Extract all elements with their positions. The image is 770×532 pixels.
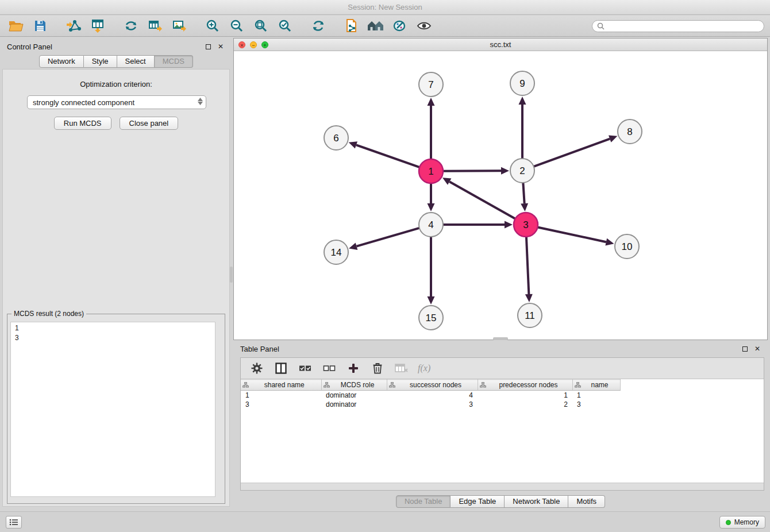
table-header-row: shared nameMCDS rolesuccessor nodesprede… <box>241 380 621 391</box>
column-header-mcds-role[interactable]: MCDS role <box>321 380 387 391</box>
table-settings-gear-icon[interactable] <box>249 360 265 376</box>
table-tab-motifs[interactable]: Motifs <box>568 495 605 508</box>
cell-shared-name[interactable]: 3 <box>241 400 321 409</box>
table-panel: Table Panel ✕ <box>233 341 768 511</box>
zoom-window-icon[interactable]: + <box>261 41 268 48</box>
zoom-selected-icon[interactable] <box>275 17 295 34</box>
table-tab-network-table[interactable]: Network Table <box>505 495 568 508</box>
search-icon <box>597 22 605 30</box>
edge-2-3[interactable] <box>523 183 524 203</box>
column-header-name[interactable]: name <box>572 380 620 391</box>
control-tab-network[interactable]: Network <box>39 55 84 68</box>
control-tab-style[interactable]: Style <box>84 55 117 68</box>
minimize-window-icon[interactable]: − <box>250 41 257 48</box>
export-document-icon[interactable] <box>341 17 362 34</box>
network-graph[interactable]: 7968124314101511 <box>234 51 767 340</box>
mcds-result-list[interactable]: 13 <box>10 322 215 497</box>
eye-icon[interactable] <box>414 17 434 34</box>
zoom-out-icon[interactable] <box>226 17 247 34</box>
cell-name[interactable]: 3 <box>572 400 620 409</box>
edge-1-2[interactable] <box>443 171 501 171</box>
export-image-icon[interactable] <box>169 17 190 34</box>
cell-mcds-role[interactable]: dominator <box>321 400 387 409</box>
import-network-icon[interactable] <box>63 17 84 34</box>
delete-table-icon-disabled <box>394 360 410 376</box>
show-columns-icon[interactable] <box>273 360 289 376</box>
cell-successor-nodes[interactable]: 3 <box>387 400 478 409</box>
edge-3-11[interactable] <box>526 237 529 294</box>
column-header-successor-nodes[interactable]: successor nodes <box>387 380 478 391</box>
close-window-icon[interactable]: × <box>238 41 245 48</box>
table-tab-node-table[interactable]: Node Table <box>396 495 451 508</box>
table-tab-edge-table[interactable]: Edge Table <box>451 495 505 508</box>
mcds-result-title: MCDS result (2 nodes) <box>11 310 86 318</box>
cell-mcds-role[interactable]: dominator <box>321 391 387 400</box>
import-table-icon[interactable] <box>87 17 108 34</box>
cell-predecessor-nodes[interactable]: 1 <box>478 391 572 400</box>
delete-column-trash-icon[interactable] <box>369 360 386 376</box>
optimization-criterion-label: Optimization criterion: <box>3 80 229 88</box>
save-session-icon[interactable] <box>30 17 51 34</box>
graph-node-label-10: 10 <box>622 241 633 252</box>
create-column-icon[interactable] <box>345 360 361 376</box>
edge-1-6[interactable] <box>356 145 419 167</box>
edge-2-8[interactable] <box>534 139 610 167</box>
control-panel-title: Control Panel <box>7 43 200 51</box>
open-session-icon[interactable] <box>6 17 26 34</box>
edge-arrow-1-2 <box>501 167 509 175</box>
task-history-button[interactable] <box>6 516 22 529</box>
float-panel-icon[interactable] <box>203 42 213 51</box>
splitter-handle-vertical[interactable] <box>230 267 233 283</box>
control-panel: Control Panel ✕ NetworkStyleSelectMCDS O… <box>2 39 230 507</box>
node-table: shared nameMCDS rolesuccessor nodesprede… <box>241 379 621 409</box>
table-toolbar: f(x) <box>241 358 764 379</box>
close-panel-button[interactable]: Close panel <box>120 117 179 130</box>
graph-node-label-14: 14 <box>331 247 342 258</box>
search-box[interactable] <box>592 20 764 32</box>
optimization-criterion-select[interactable]: strongly connected component <box>27 95 206 109</box>
unselect-all-columns-icon[interactable] <box>321 360 337 376</box>
edge-arrow-2-3 <box>521 203 528 211</box>
home-network-icon[interactable] <box>365 17 386 34</box>
edge-arrow-4-14 <box>349 242 357 249</box>
edge-4-14[interactable] <box>357 228 419 246</box>
control-tab-select[interactable]: Select <box>117 55 155 68</box>
zoom-fit-icon[interactable] <box>251 17 271 34</box>
main-toolbar <box>0 16 770 37</box>
table-close-panel-icon[interactable]: ✕ <box>753 344 762 353</box>
cell-successor-nodes[interactable]: 4 <box>387 391 478 400</box>
style-brush-icon[interactable] <box>390 17 410 34</box>
table-horizontal-scrollbar[interactable] <box>241 483 764 490</box>
graph-node-label-6: 6 <box>333 133 338 144</box>
window-traffic-lights: × − + <box>238 41 268 48</box>
edge-3-1[interactable] <box>449 182 515 219</box>
export-table-icon[interactable] <box>145 17 165 34</box>
function-builder-icon: f(x) <box>418 363 430 373</box>
edge-arrow-3-11 <box>525 294 533 302</box>
close-panel-icon[interactable]: ✕ <box>216 42 225 51</box>
cell-name[interactable]: 1 <box>572 391 620 400</box>
network-arrows-icon[interactable] <box>121 17 141 34</box>
cell-shared-name[interactable]: 1 <box>241 391 321 400</box>
column-header-shared-name[interactable]: shared name <box>241 380 321 391</box>
network-canvas-area: 7968124314101511 <box>234 51 767 340</box>
control-tab-mcds[interactable]: MCDS <box>155 55 193 68</box>
search-input[interactable] <box>607 22 759 30</box>
select-all-columns-icon[interactable] <box>297 360 313 376</box>
table-row[interactable]: 3dominator323 <box>241 400 621 409</box>
splitter-handle-horizontal[interactable] <box>493 337 508 340</box>
refresh-icon[interactable] <box>308 17 329 34</box>
zoom-in-icon[interactable] <box>202 17 223 34</box>
run-mcds-button[interactable]: Run MCDS <box>54 117 111 130</box>
memory-button[interactable]: Memory <box>719 516 765 529</box>
table-float-panel-icon[interactable] <box>740 344 749 353</box>
control-panel-tabs: NetworkStyleSelectMCDS <box>2 55 230 68</box>
edge-3-10[interactable] <box>538 227 606 242</box>
edge-arrow-4-15 <box>428 296 435 304</box>
network-window-titlebar: × − + scc.txt <box>234 38 767 51</box>
table-row[interactable]: 1dominator411 <box>241 391 621 400</box>
column-header-predecessor-nodes[interactable]: predecessor nodes <box>478 380 572 391</box>
mcds-result-item: 1 <box>15 323 211 333</box>
mcds-panel: Optimization criterion: strongly connect… <box>2 69 230 507</box>
cell-predecessor-nodes[interactable]: 2 <box>478 400 572 409</box>
